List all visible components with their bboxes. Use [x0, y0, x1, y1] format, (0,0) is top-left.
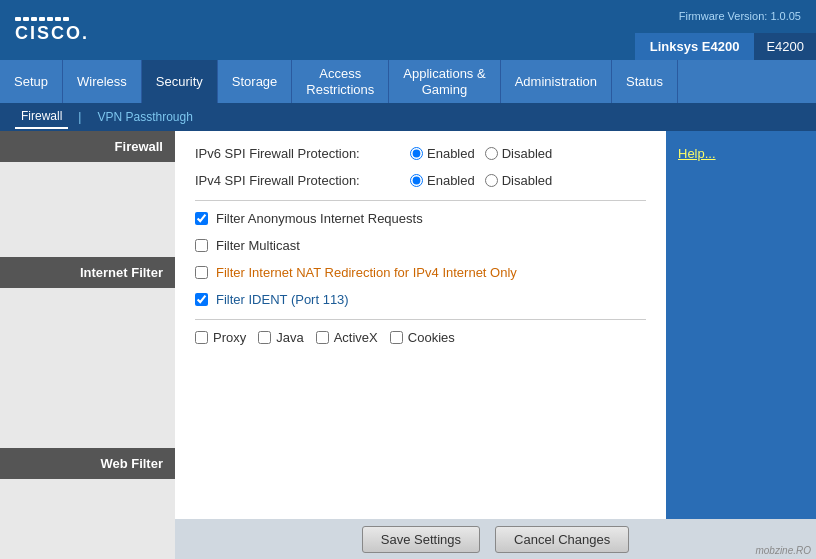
sub-tabs: Firewall | VPN Passthrough — [0, 103, 816, 131]
ipv4-enabled-label: Enabled — [427, 173, 475, 188]
ipv6-disabled-radio[interactable] — [485, 147, 498, 160]
filter-anonymous-row: Filter Anonymous Internet Requests — [195, 211, 646, 226]
filter-nat-row: Filter Internet NAT Redirection for IPv4… — [195, 265, 646, 280]
sidebar: Firewall Internet Filter Web Filter — [0, 131, 175, 559]
ipv6-enabled-label: Enabled — [427, 146, 475, 161]
nav-area: Setup Wireless Security Storage Access R… — [0, 60, 816, 103]
activex-item: ActiveX — [316, 330, 378, 345]
proxy-checkbox[interactable] — [195, 331, 208, 344]
subtab-vpn[interactable]: VPN Passthrough — [91, 106, 198, 128]
activex-checkbox[interactable] — [316, 331, 329, 344]
ipv4-disabled-option[interactable]: Disabled — [485, 173, 553, 188]
filter-ident-label: Filter IDENT (Port 113) — [216, 292, 349, 307]
filter-nat-label: Filter Internet NAT Redirection for IPv4… — [216, 265, 517, 280]
filter-nat-checkbox[interactable] — [195, 266, 208, 279]
watermark: mobzine.RO — [755, 545, 811, 556]
device-info: Linksys E4200 E4200 — [635, 33, 816, 60]
main-content: Firewall Internet Filter Web Filter IPv6… — [0, 131, 816, 559]
ipv6-firewall-row: IPv6 SPI Firewall Protection: Enabled Di… — [195, 146, 646, 161]
footer-bar: Save Settings Cancel Changes — [175, 519, 816, 559]
java-label: Java — [276, 330, 303, 345]
ipv4-radio-group: Enabled Disabled — [410, 173, 552, 188]
proxy-label: Proxy — [213, 330, 246, 345]
cookies-checkbox[interactable] — [390, 331, 403, 344]
java-item: Java — [258, 330, 303, 345]
cisco-bars-icon — [15, 17, 69, 21]
java-checkbox[interactable] — [258, 331, 271, 344]
tab-wireless[interactable]: Wireless — [63, 60, 142, 103]
help-link[interactable]: Help... — [678, 146, 716, 161]
nav-tabs: Setup Wireless Security Storage Access R… — [0, 60, 816, 103]
tab-setup[interactable]: Setup — [0, 60, 63, 103]
activex-label: ActiveX — [334, 330, 378, 345]
cisco-logo: CISCO. — [15, 17, 89, 44]
sidebar-gap-2 — [0, 288, 175, 448]
proxy-item: Proxy — [195, 330, 246, 345]
subtab-divider: | — [78, 110, 81, 124]
content-panel: IPv6 SPI Firewall Protection: Enabled Di… — [175, 131, 666, 559]
filter-multicast-checkbox[interactable] — [195, 239, 208, 252]
tab-administration[interactable]: Administration — [501, 60, 612, 103]
divider-1 — [195, 200, 646, 201]
right-panel: Help... — [666, 131, 816, 559]
subtab-firewall[interactable]: Firewall — [15, 105, 68, 129]
tab-status[interactable]: Status — [612, 60, 678, 103]
sidebar-item-firewall[interactable]: Firewall — [0, 131, 175, 162]
save-button[interactable]: Save Settings — [362, 526, 480, 553]
ipv4-firewall-row: IPv4 SPI Firewall Protection: Enabled Di… — [195, 173, 646, 188]
ipv4-enabled-option[interactable]: Enabled — [410, 173, 475, 188]
ipv6-radio-group: Enabled Disabled — [410, 146, 552, 161]
filter-anonymous-label: Filter Anonymous Internet Requests — [216, 211, 423, 226]
ipv4-enabled-radio[interactable] — [410, 174, 423, 187]
device-name: Linksys E4200 — [635, 33, 755, 60]
sidebar-gap-1 — [0, 162, 175, 257]
header: CISCO. Firmware Version: 1.0.05 Linksys … — [0, 0, 816, 60]
model-label: E4200 — [754, 33, 816, 60]
firmware-version: Firmware Version: 1.0.05 — [679, 10, 801, 22]
tab-applications-gaming[interactable]: Applications & Gaming — [389, 60, 500, 103]
divider-2 — [195, 319, 646, 320]
cisco-brand: CISCO. — [15, 23, 89, 44]
tab-security[interactable]: Security — [142, 60, 218, 103]
filter-anonymous-checkbox[interactable] — [195, 212, 208, 225]
filter-multicast-row: Filter Multicast — [195, 238, 646, 253]
ipv6-disabled-option[interactable]: Disabled — [485, 146, 553, 161]
ipv4-label: IPv4 SPI Firewall Protection: — [195, 173, 395, 188]
cookies-label: Cookies — [408, 330, 455, 345]
sidebar-item-web-filter[interactable]: Web Filter — [0, 448, 175, 479]
cookies-item: Cookies — [390, 330, 455, 345]
filter-ident-row: Filter IDENT (Port 113) — [195, 292, 646, 307]
ipv6-enabled-radio[interactable] — [410, 147, 423, 160]
ipv4-disabled-radio[interactable] — [485, 174, 498, 187]
tab-storage[interactable]: Storage — [218, 60, 293, 103]
cancel-button[interactable]: Cancel Changes — [495, 526, 629, 553]
ipv6-label: IPv6 SPI Firewall Protection: — [195, 146, 395, 161]
tab-access-restrictions[interactable]: Access Restrictions — [292, 60, 389, 103]
filter-multicast-label: Filter Multicast — [216, 238, 300, 253]
web-filter-row: Proxy Java ActiveX Cookies — [195, 330, 646, 345]
ipv4-disabled-label: Disabled — [502, 173, 553, 188]
ipv6-disabled-label: Disabled — [502, 146, 553, 161]
sidebar-item-internet-filter[interactable]: Internet Filter — [0, 257, 175, 288]
ipv6-enabled-option[interactable]: Enabled — [410, 146, 475, 161]
filter-ident-checkbox[interactable] — [195, 293, 208, 306]
